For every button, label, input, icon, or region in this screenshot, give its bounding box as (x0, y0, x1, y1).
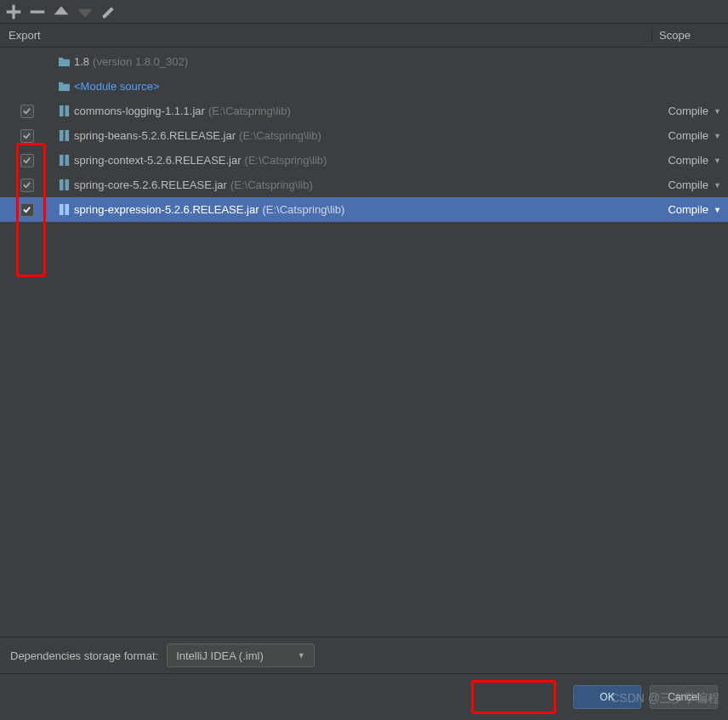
export-checkbox[interactable] (20, 203, 34, 217)
jdk-row[interactable]: 1.8 (version 1.8.0_302) (0, 49, 728, 74)
dependency-name: commons-logging-1.1.1.jar (74, 105, 205, 117)
dependency-path: (E:\Catspring\lib) (263, 203, 345, 216)
scope-value: Compile (668, 179, 708, 191)
svg-rect-9 (59, 204, 63, 215)
export-checkbox[interactable] (20, 154, 34, 167)
chevron-down-icon: ▼ (714, 107, 721, 116)
scope-value: Compile (668, 129, 708, 142)
svg-rect-3 (59, 130, 63, 141)
dependency-path: (E:\Catspring\lib) (208, 105, 291, 117)
dependency-tree: 1.8 (version 1.8.0_302) <Module source> … (0, 48, 728, 222)
chevron-down-icon: ▼ (714, 132, 721, 140)
chevron-down-icon: ▼ (714, 156, 721, 165)
jdk-version: (version 1.8.0_302) (93, 55, 188, 68)
dependency-path: (E:\Catspring\lib) (230, 179, 313, 191)
jar-icon (54, 129, 74, 142)
svg-rect-7 (59, 179, 63, 190)
edit-button[interactable] (100, 3, 117, 20)
dialog-buttons: OK Cancel (0, 674, 728, 720)
jar-icon (54, 179, 74, 191)
add-button[interactable] (5, 3, 22, 20)
column-header-scope[interactable]: Scope (651, 29, 728, 42)
chevron-down-icon: ▼ (298, 651, 305, 660)
scope-value: Compile (668, 203, 708, 216)
svg-rect-5 (59, 155, 63, 166)
scope-dropdown[interactable]: Compile ▼ (651, 154, 728, 167)
cancel-button[interactable]: Cancel (650, 685, 718, 709)
storage-format-bar: Dependencies storage format: IntelliJ ID… (0, 637, 728, 674)
scope-dropdown[interactable]: Compile ▼ (651, 179, 728, 191)
move-up-button[interactable] (53, 3, 70, 20)
svg-rect-2 (65, 105, 69, 116)
scope-dropdown[interactable]: Compile ▼ (651, 203, 728, 216)
svg-rect-8 (65, 179, 69, 190)
dependency-row[interactable]: commons-logging-1.1.1.jar (E:\Catspring\… (0, 99, 728, 123)
svg-rect-10 (65, 204, 69, 215)
dependency-name: spring-expression-5.2.6.RELEASE.jar (74, 203, 259, 216)
jdk-name: 1.8 (74, 55, 89, 68)
table-header: Export Scope (0, 24, 728, 48)
chevron-down-icon: ▼ (714, 206, 721, 214)
toolbar (0, 0, 728, 24)
svg-rect-6 (65, 155, 69, 166)
svg-rect-0 (31, 10, 45, 13)
export-checkbox[interactable] (20, 179, 34, 192)
chevron-down-icon: ▼ (714, 181, 721, 190)
svg-rect-4 (65, 130, 69, 141)
module-folder-icon (54, 81, 74, 92)
dependency-row[interactable]: spring-expression-5.2.6.RELEASE.jar (E:\… (0, 197, 728, 222)
dependency-name: spring-context-5.2.6.RELEASE.jar (74, 154, 242, 167)
scope-value: Compile (668, 105, 708, 117)
scope-value: Compile (668, 154, 708, 167)
remove-button[interactable] (29, 3, 46, 20)
dependency-path: (E:\Catspring\lib) (239, 129, 321, 142)
dependency-row[interactable]: spring-beans-5.2.6.RELEASE.jar (E:\Catsp… (0, 123, 728, 148)
jar-icon (54, 154, 74, 167)
storage-format-value: IntelliJ IDEA (.iml) (176, 649, 264, 662)
export-checkbox[interactable] (20, 105, 34, 118)
jar-icon (54, 203, 74, 216)
dependency-row[interactable]: spring-context-5.2.6.RELEASE.jar (E:\Cat… (0, 148, 728, 173)
dependency-name: spring-core-5.2.6.RELEASE.jar (74, 179, 227, 191)
storage-format-label: Dependencies storage format: (10, 649, 158, 662)
jdk-folder-icon (54, 56, 74, 67)
jar-icon (54, 105, 74, 117)
dependency-name: spring-beans-5.2.6.RELEASE.jar (74, 129, 236, 142)
move-down-button[interactable] (77, 3, 94, 20)
ok-button[interactable]: OK (573, 685, 641, 709)
column-header-export[interactable]: Export (0, 29, 54, 42)
storage-format-select[interactable]: IntelliJ IDEA (.iml) ▼ (167, 643, 315, 667)
module-source-row[interactable]: <Module source> (0, 74, 728, 99)
dependency-path: (E:\Catspring\lib) (245, 154, 327, 167)
scope-dropdown[interactable]: Compile ▼ (651, 105, 728, 117)
scope-dropdown[interactable]: Compile ▼ (651, 129, 728, 142)
export-checkbox[interactable] (20, 129, 34, 143)
svg-rect-1 (59, 105, 63, 116)
dependency-row[interactable]: spring-core-5.2.6.RELEASE.jar (E:\Catspr… (0, 173, 728, 197)
module-source-label: <Module source> (74, 80, 159, 93)
